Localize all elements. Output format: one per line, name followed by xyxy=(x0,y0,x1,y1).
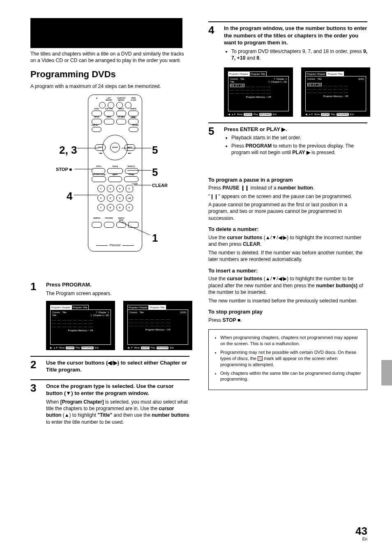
callout-23: 2, 3 xyxy=(59,143,77,157)
note-item: Programming may not be possible with cer… xyxy=(220,349,361,368)
sub-pause-l2: "❙❙" appears on the screen and the pause… xyxy=(208,193,367,200)
sub-stop-l1: Press STOP ■. xyxy=(208,317,367,323)
heading-programming-dvds: Programming DVDs xyxy=(30,68,189,81)
callout-5b: 5 xyxy=(152,165,158,180)
step-bullet: Playback starts in the set order. xyxy=(231,134,367,141)
note-box: When programming chapters, chapters not … xyxy=(208,329,367,390)
section-title-banner xyxy=(30,18,182,48)
intro-paragraph: The titles and chapters within a title o… xyxy=(30,51,189,64)
step-title: In the program window, use the number bu… xyxy=(224,25,370,46)
step-4: 4 In the program window, use the number … xyxy=(208,25,367,117)
step-1: 1 Press PROGRAM. The Program screen appe… xyxy=(30,281,189,350)
sub-insert-heading: To insert a number: xyxy=(208,267,367,275)
osd-chapter: Program Chapter Program Title Current: T… xyxy=(46,301,115,350)
step-title: Once the program type is selected. Use t… xyxy=(46,383,189,397)
side-tab xyxy=(381,360,392,385)
step-text: The Program screen appears. xyxy=(46,290,192,297)
step-title: Use the cursor buttons (◀/▶) to select e… xyxy=(46,359,189,374)
step-number: 1 xyxy=(30,281,39,350)
sub-pause-l3: A pause cannot be programmed as the firs… xyxy=(208,201,367,222)
osd-chapter-filled: Program Chapter Program Title Current: T… xyxy=(224,67,293,117)
osd-title: Program Chapter Program Title Current: T… xyxy=(123,301,192,350)
step-bullet: To program DVD titles/chapters 9, 7, and… xyxy=(231,48,370,62)
step-text: When [Program Chapter] is selected, you … xyxy=(46,399,189,425)
callout-clear: CLEAR xyxy=(152,182,168,189)
step-5: 5 Press ENTER or PLAY ▶. Playback starts… xyxy=(208,126,367,157)
callout-4: 4 xyxy=(67,189,72,203)
step-number: 4 xyxy=(208,25,217,117)
step-number: 3 xyxy=(30,383,39,425)
step-title: Press ENTER or PLAY ▶. xyxy=(224,126,367,133)
callout-stop: STOP ■ xyxy=(56,166,72,173)
page-number: 43 En xyxy=(355,526,367,542)
sub-pause-l1: Press PAUSE ❙❙ instead of a number butto… xyxy=(208,185,367,191)
note-item: Only chapters within the same title can … xyxy=(220,370,361,383)
step-3: 3 Once the program type is selected. Use… xyxy=(30,383,189,425)
sub-stop-heading: To stop program play xyxy=(208,308,367,316)
callout-1: 1 xyxy=(152,231,158,245)
step-title: Press PROGRAM. xyxy=(46,281,192,289)
step-2: 2 Use the cursor buttons (◀/▶) to select… xyxy=(30,359,189,374)
callout-5a: 5 xyxy=(152,143,158,157)
sub-delete-l2: The number is deleted. If the number was… xyxy=(208,249,367,263)
sub-pause-heading: To program a pause in a program xyxy=(208,176,367,184)
step-bullet: Press PROGRAM to return to the previous … xyxy=(231,143,367,156)
prohibit-icon: 🚫 xyxy=(258,356,263,361)
step-number: 5 xyxy=(208,126,217,157)
note-item: When programming chapters, chapters not … xyxy=(220,335,361,347)
intro-sub: A program with a maximum of 24 steps can… xyxy=(30,83,189,90)
sub-delete-heading: To delete a number: xyxy=(208,226,367,233)
step-number: 2 xyxy=(30,359,39,374)
sub-delete-l1: Use the cursor buttons (▲/▼/◀/▶) to high… xyxy=(208,234,367,248)
osd-title-filled: Program Chapter Program Title Current: T… xyxy=(301,67,370,117)
sub-insert-l2: The new number is inserted before the pr… xyxy=(208,298,367,304)
remote-diagram: ϕLASTMEMORYCONDITIONMEMORYOPEN/CLOSE AUD… xyxy=(30,95,182,271)
sub-insert-l1: Use the cursor buttons (▲/▼/◀/▶) to high… xyxy=(208,275,367,295)
